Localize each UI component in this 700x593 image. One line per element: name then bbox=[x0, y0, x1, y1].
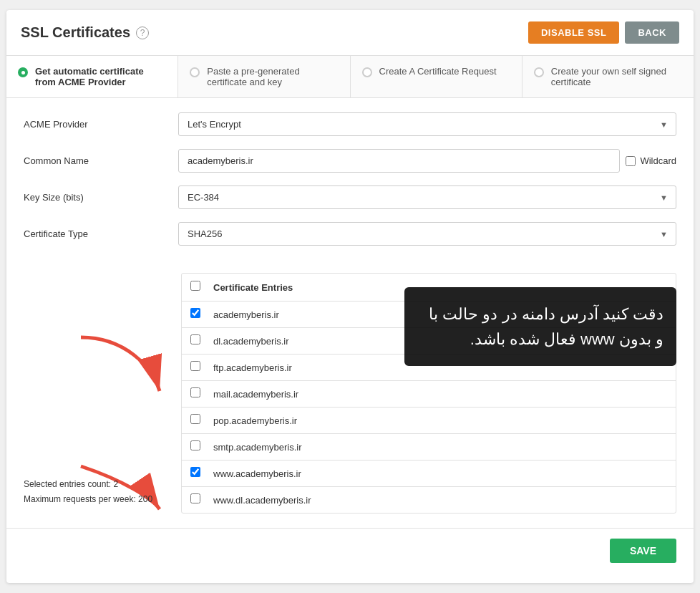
entry-checkbox-6[interactable] bbox=[190, 467, 200, 477]
key-size-control: EC-384 bbox=[178, 185, 676, 209]
common-name-input[interactable] bbox=[178, 149, 620, 173]
entries-select-all-checkbox[interactable] bbox=[190, 281, 200, 291]
tab-request[interactable]: Create A Certificate Request bbox=[351, 56, 522, 97]
page-title: SSL Certificates bbox=[21, 24, 130, 41]
header: SSL Certificates ? DISABLE SSL BACK bbox=[6, 10, 694, 56]
cert-type-row: Certificate Type SHA256 bbox=[24, 222, 676, 246]
save-button[interactable]: SAVE bbox=[610, 539, 676, 563]
key-size-select[interactable]: EC-384 bbox=[178, 185, 676, 209]
entries-relative: Certificate Entries academyberis.ir dl.a… bbox=[181, 273, 676, 514]
selected-count: Selected entries count: 2 bbox=[24, 477, 152, 491]
max-requests: Maximum requests per week: 200 bbox=[24, 492, 152, 506]
arrow-container: Selected entries count: 2 Maximum reques… bbox=[24, 273, 181, 514]
common-name-row: Common Name Wildcard bbox=[24, 149, 676, 173]
list-item: mail.academyberis.ir bbox=[182, 381, 676, 408]
entries-section: Selected entries count: 2 Maximum reques… bbox=[6, 273, 694, 528]
tab-request-radio bbox=[362, 67, 372, 77]
cert-type-control: SHA256 bbox=[178, 222, 676, 246]
common-name-control: Wildcard bbox=[178, 149, 676, 173]
tab-pregenerated[interactable]: Paste a pre-generated certificate and ke… bbox=[178, 56, 350, 97]
entry-checkbox-3[interactable] bbox=[190, 387, 200, 397]
wildcard-section: Wildcard bbox=[626, 155, 676, 166]
tab-self-signed-radio bbox=[534, 67, 544, 77]
disable-ssl-button[interactable]: DISABLE SSL bbox=[528, 21, 619, 44]
list-item: www.academyberis.ir bbox=[182, 461, 676, 487]
entry-name-6: www.academyberis.ir bbox=[213, 468, 667, 479]
entry-name-4: pop.academyberis.ir bbox=[213, 415, 667, 426]
tab-pregenerated-radio bbox=[190, 67, 200, 77]
header-left: SSL Certificates ? bbox=[21, 24, 149, 41]
entry-checkbox-1[interactable] bbox=[190, 334, 200, 344]
tab-acme-label: Get automatic certificate from ACME Prov… bbox=[35, 66, 166, 87]
help-icon[interactable]: ? bbox=[136, 26, 149, 39]
tab-pregenerated-label: Paste a pre-generated certificate and ke… bbox=[207, 66, 338, 87]
back-button[interactable]: BACK bbox=[625, 21, 679, 44]
list-item: pop.academyberis.ir bbox=[182, 408, 676, 434]
entries-wrapper: Selected entries count: 2 Maximum reques… bbox=[24, 273, 676, 514]
entry-checkbox-0[interactable] bbox=[190, 308, 200, 318]
acme-provider-select-wrapper: Let's Encrypt bbox=[178, 112, 676, 136]
tab-acme[interactable]: Get automatic certificate from ACME Prov… bbox=[6, 56, 178, 97]
entry-name-7: www.dl.academyberis.ir bbox=[213, 495, 667, 506]
key-size-label: Key Size (bits) bbox=[24, 192, 167, 203]
cert-type-label: Certificate Type bbox=[24, 228, 167, 239]
acme-provider-label: ACME Provider bbox=[24, 119, 167, 130]
common-name-inner: Wildcard bbox=[178, 149, 676, 173]
entries-header-checkbox-col bbox=[190, 281, 205, 294]
entry-checkbox-4[interactable] bbox=[190, 414, 200, 424]
form-section: ACME Provider Let's Encrypt Common Name … bbox=[6, 98, 694, 273]
key-size-select-wrapper: EC-384 bbox=[178, 185, 676, 209]
common-name-label: Common Name bbox=[24, 155, 167, 166]
tab-self-signed[interactable]: Create your own self signed certificate bbox=[522, 56, 694, 97]
key-size-row: Key Size (bits) EC-384 bbox=[24, 185, 676, 209]
entry-name-5: smtp.academyberis.ir bbox=[213, 442, 667, 453]
cert-type-select-wrapper: SHA256 bbox=[178, 222, 676, 246]
tab-acme-radio bbox=[18, 67, 28, 77]
main-panel: SSL Certificates ? DISABLE SSL BACK Get … bbox=[6, 10, 694, 583]
cert-type-select[interactable]: SHA256 bbox=[178, 222, 676, 246]
list-item: smtp.academyberis.ir bbox=[182, 434, 676, 461]
acme-provider-control: Let's Encrypt bbox=[178, 112, 676, 136]
entry-name-3: mail.academyberis.ir bbox=[213, 389, 667, 400]
entry-checkbox-7[interactable] bbox=[190, 493, 200, 503]
acme-provider-select[interactable]: Let's Encrypt bbox=[178, 112, 676, 136]
wildcard-label: Wildcard bbox=[640, 155, 676, 166]
tab-request-label: Create A Certificate Request bbox=[379, 66, 497, 77]
entry-checkbox-2[interactable] bbox=[190, 361, 200, 371]
list-item: www.dl.academyberis.ir bbox=[182, 487, 676, 513]
entry-checkbox-5[interactable] bbox=[190, 440, 200, 450]
tooltip-text: دقت کنید آدرس دامنه در دو حالت با و بدون… bbox=[429, 305, 663, 348]
selected-info: Selected entries count: 2 Maximum reques… bbox=[24, 477, 152, 506]
acme-provider-row: ACME Provider Let's Encrypt bbox=[24, 112, 676, 136]
header-buttons: DISABLE SSL BACK bbox=[528, 21, 679, 44]
tooltip-popup: دقت کنید آدرس دامنه در دو حالت با و بدون… bbox=[404, 287, 676, 366]
wildcard-checkbox[interactable] bbox=[626, 156, 636, 166]
tab-self-signed-label: Create your own self signed certificate bbox=[551, 66, 682, 87]
tabs-bar: Get automatic certificate from ACME Prov… bbox=[6, 56, 694, 98]
